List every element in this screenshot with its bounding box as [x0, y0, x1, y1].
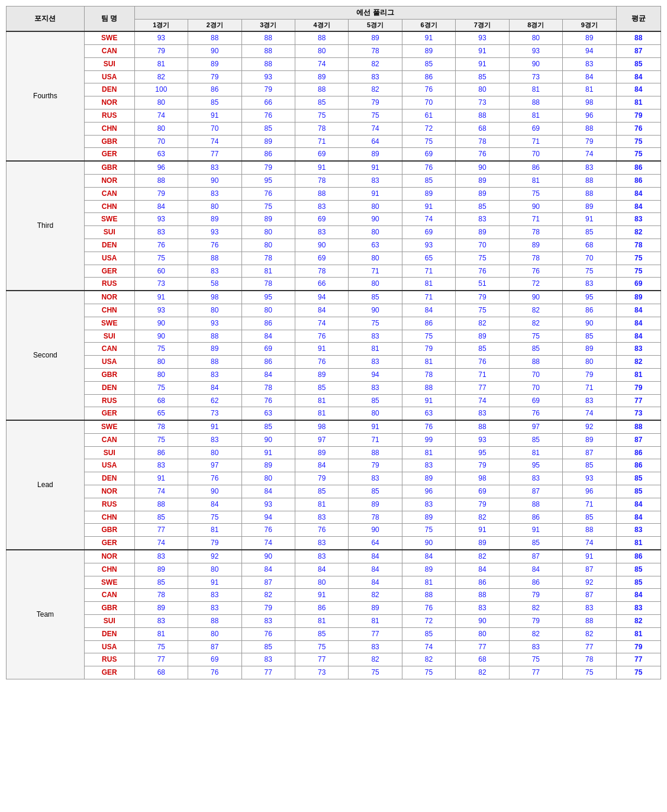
table-row: ThirdGBR96837991917690868386	[7, 161, 661, 174]
score-cell: 89	[188, 213, 241, 226]
score-cell: 85	[456, 200, 509, 213]
score-cell: 88	[134, 498, 188, 511]
score-cell: 81	[509, 174, 562, 187]
score-cell: 89	[402, 511, 455, 524]
score-cell: 77	[188, 148, 241, 161]
score-cell: 90	[349, 304, 402, 317]
avg-cell: 86	[616, 161, 660, 174]
score-cell: 84	[241, 330, 295, 343]
score-cell: 83	[188, 602, 241, 615]
score-cell: 88	[563, 174, 616, 187]
score-cell: 77	[134, 524, 188, 537]
score-cell: 77	[456, 381, 509, 394]
avg-cell: 73	[616, 407, 660, 420]
table-row: USA83978984798379958586	[7, 459, 661, 472]
avg-cell: 83	[616, 213, 660, 226]
score-cell: 86	[241, 148, 295, 161]
score-cell: 91	[456, 57, 509, 70]
table-row: CAN79908880788991939487	[7, 44, 661, 57]
score-cell: 91	[349, 420, 402, 433]
team-name-cell: CHN	[84, 304, 134, 317]
score-cell: 81	[349, 343, 402, 356]
score-cell: 77	[349, 627, 402, 640]
score-cell: 88	[509, 96, 562, 109]
table-row: CAN78838291828888798784	[7, 589, 661, 602]
score-cell: 89	[402, 44, 455, 57]
score-cell: 63	[402, 407, 455, 420]
score-cell: 93	[402, 239, 455, 252]
team-name-cell: RUS	[84, 109, 134, 122]
score-cell: 81	[563, 83, 616, 96]
score-cell: 78	[134, 420, 188, 433]
score-cell: 81	[402, 278, 455, 291]
score-cell: 80	[241, 304, 295, 317]
avg-cell: 86	[616, 446, 660, 459]
avg-cell: 85	[616, 563, 660, 576]
score-cell: 80	[188, 563, 241, 576]
score-cell: 76	[241, 627, 295, 640]
avg-cell: 77	[616, 653, 660, 666]
score-cell: 89	[456, 187, 509, 200]
score-cell: 85	[456, 70, 509, 83]
table-row: GER63778669896976707475	[7, 148, 661, 161]
score-cell: 98	[456, 472, 509, 485]
score-cell: 80	[134, 122, 188, 135]
table-row: NOR88909578838589818886	[7, 174, 661, 187]
avg-cell: 79	[616, 381, 660, 394]
score-cell: 83	[349, 640, 402, 653]
score-cell: 88	[134, 174, 188, 187]
score-cell: 80	[349, 226, 402, 239]
score-cell: 90	[241, 433, 295, 446]
score-cell: 68	[563, 239, 616, 252]
score-cell: 91	[349, 161, 402, 174]
score-cell: 89	[456, 330, 509, 343]
score-cell: 84	[402, 304, 455, 317]
score-cell: 86	[402, 317, 455, 330]
score-cell: 79	[134, 44, 188, 57]
score-cell: 88	[563, 524, 616, 537]
score-cell: 79	[349, 96, 402, 109]
table-row: CAN75839097719993858987	[7, 433, 661, 446]
score-cell: 81	[402, 356, 455, 369]
table-row: NOR80856685797073889881	[7, 96, 661, 109]
score-cell: 75	[563, 265, 616, 278]
score-cell: 89	[563, 433, 616, 446]
avg-cell: 84	[616, 70, 660, 83]
score-cell: 88	[188, 252, 241, 265]
score-cell: 72	[509, 278, 562, 291]
avg-cell: 82	[616, 356, 660, 369]
score-cell: 75	[241, 200, 295, 213]
score-cell: 63	[349, 239, 402, 252]
score-cell: 51	[456, 278, 509, 291]
position-cell: Fourths	[7, 31, 85, 161]
score-cell: 81	[349, 615, 402, 628]
header-game: 5경기	[349, 19, 402, 31]
score-cell: 76	[188, 239, 241, 252]
score-cell: 83	[188, 368, 241, 381]
score-cell: 81	[295, 394, 348, 407]
avg-cell: 83	[616, 602, 660, 615]
score-cell: 87	[241, 576, 295, 589]
score-cell: 71	[563, 381, 616, 394]
table-row: FourthsSWE93888888899193808988	[7, 31, 661, 44]
score-cell: 80	[349, 278, 402, 291]
score-cell: 78	[509, 226, 562, 239]
score-cell: 82	[563, 627, 616, 640]
avg-cell: 84	[616, 83, 660, 96]
score-cell: 90	[402, 537, 455, 550]
score-cell: 63	[134, 148, 188, 161]
score-cell: 75	[563, 666, 616, 679]
score-cell: 84	[241, 563, 295, 576]
score-cell: 95	[563, 291, 616, 304]
score-cell: 85	[509, 433, 562, 446]
score-cell: 71	[402, 265, 455, 278]
header-game: 3경기	[241, 19, 295, 31]
score-cell: 93	[134, 213, 188, 226]
score-cell: 83	[349, 381, 402, 394]
table-row: SUI83938083806989788582	[7, 226, 661, 239]
score-cell: 70	[509, 368, 562, 381]
score-cell: 78	[509, 252, 562, 265]
score-cell: 75	[456, 304, 509, 317]
header-game: 9경기	[563, 19, 616, 31]
score-cell: 90	[188, 44, 241, 57]
